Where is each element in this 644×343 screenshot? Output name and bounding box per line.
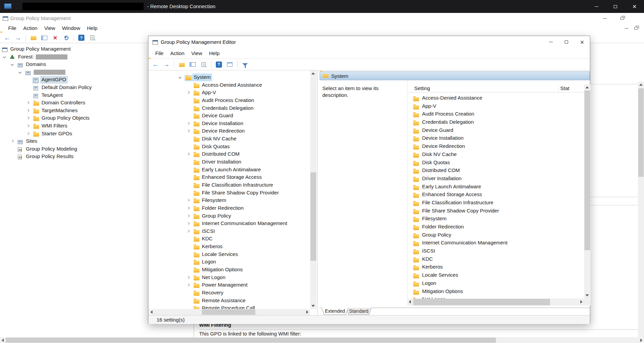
gpme-minimize-button[interactable] [543,36,559,48]
expand-chevron[interactable] [3,55,6,58]
expand-chevron[interactable] [27,109,29,112]
list-item[interactable]: Distributed COM [407,166,584,174]
tree-item[interactable]: Mitigation Options [149,266,310,274]
tree-item[interactable]: Net Logon [149,274,310,281]
expand-chevron[interactable] [187,276,190,278]
list-item[interactable]: Device Installation [407,134,584,142]
menu-item[interactable]: Action [167,49,188,58]
scroll-up-icon[interactable] [311,72,315,74]
expand-chevron[interactable] [11,140,14,142]
scrollbar-thumb[interactable] [6,338,496,343]
delete-button[interactable]: × [51,33,60,42]
up-one-level-button[interactable] [177,60,186,69]
gpme-titlebar[interactable]: Group Policy Management Editor [148,36,590,48]
list-item[interactable]: Disk Quotas [407,158,584,167]
list-item[interactable]: Disk NV Cache [407,150,584,158]
scroll-right-icon[interactable] [306,310,308,314]
tree-item[interactable]: App-V [149,89,310,97]
rdp-horizontal-scrollbar[interactable] [0,337,644,343]
tree-item[interactable]: Folder Redirection [149,204,310,212]
tree-item[interactable]: Enhanced Storage Access [149,173,310,181]
child-minimize-button[interactable] [622,25,630,32]
tree-item[interactable]: Credentials Delegation [149,104,310,112]
gpm-window-titlebar[interactable]: Group Policy Management [0,13,644,24]
scrollbar-thumb[interactable] [413,299,550,305]
tree-item[interactable]: Remote Procedure Call [149,304,310,309]
expand-chevron[interactable] [179,76,181,79]
scroll-up-icon[interactable] [585,86,589,88]
tree-item[interactable]: Recovery [149,289,310,297]
menu-item[interactable]: Window [59,24,83,33]
refresh-button[interactable] [62,33,70,42]
gpm-rightpane-vertical-scrollbar[interactable] [638,82,644,337]
expand-chevron[interactable] [187,284,190,286]
column-separator[interactable] [558,85,559,92]
list-item[interactable]: Folder Redirection [407,223,584,231]
rdp-minimize-button[interactable] [587,0,606,13]
list-item[interactable]: Group Policy [407,231,584,239]
list-item[interactable]: File Share Shadow Copy Provider [407,207,584,215]
scroll-up-icon[interactable] [639,84,643,86]
list-item[interactable]: App-V [407,102,584,110]
expand-chevron[interactable] [11,63,14,66]
menu-item[interactable]: Help [83,24,101,33]
column-setting[interactable]: Setting [414,84,430,92]
tab-extended[interactable]: Extended [321,308,349,315]
menu-item[interactable]: View [188,49,206,58]
expand-chevron[interactable] [187,199,190,202]
scrollbar-thumb[interactable] [638,88,644,177]
list-item[interactable]: Device Guard [407,126,584,134]
list-item[interactable]: iSCSI [407,247,584,255]
tree-item[interactable]: System [149,73,310,81]
tree-item[interactable]: Disk Quotas [149,143,310,151]
tree-item[interactable]: Power Management [149,281,310,289]
tree-item[interactable]: KDC [149,235,310,243]
forward-button[interactable]: → [14,33,22,42]
list-item[interactable]: Kerberos [407,263,584,271]
child-restore-button[interactable] [632,25,640,32]
expand-chevron[interactable] [187,222,190,225]
menu-item[interactable]: File [5,24,20,33]
back-button[interactable]: ← [3,33,12,42]
tree-item[interactable]: Early Launch Antimalware [149,166,310,174]
expand-chevron[interactable] [27,117,29,119]
list-item[interactable]: Driver Installation [407,174,584,183]
scroll-down-icon[interactable] [585,294,589,296]
expand-chevron[interactable] [27,101,29,104]
expand-chevron[interactable] [187,130,190,132]
tree-item[interactable]: Access-Denied Assistance [149,81,310,89]
list-item[interactable]: KDC [407,255,584,263]
tree-item[interactable]: Device Installation [149,120,310,127]
rdp-titlebar[interactable]: - Remote Desktop Connection × [0,0,644,13]
tree-item[interactable]: Filesystem [149,196,310,204]
list-horizontal-scrollbar[interactable] [407,298,584,306]
scroll-right-icon[interactable] [640,339,642,342]
list-item[interactable]: Credentials Delegation [407,118,584,126]
menu-item[interactable]: Action [20,24,41,33]
scroll-left-icon[interactable] [409,300,411,304]
tree-item[interactable]: Kerberos [149,243,310,251]
list-item[interactable]: Enhanced Storage Access [407,190,584,199]
list-item[interactable]: Internet Communication Management [407,239,584,247]
list-item[interactable]: Access-Denied Assistance [407,94,584,102]
list-item[interactable]: Net Logon [407,295,584,298]
expand-chevron[interactable] [187,214,190,217]
expand-chevron[interactable] [27,124,29,127]
help-button[interactable]: ? [77,33,86,42]
pane-splitter[interactable] [317,70,318,315]
show-console-tree-button[interactable] [40,33,49,42]
tree-horizontal-scrollbar[interactable] [149,309,310,315]
scroll-down-icon[interactable] [311,305,315,307]
expand-chevron[interactable] [19,71,21,73]
scrollbar-thumb[interactable] [310,172,316,261]
scroll-left-icon[interactable] [150,310,152,314]
expand-chevron[interactable] [187,207,190,209]
tree-item[interactable]: iSCSI [149,227,310,235]
tree-item[interactable]: Device Guard [149,112,310,120]
export-list-button[interactable] [88,33,97,42]
tab-standard[interactable]: Standard [346,308,372,315]
menu-item[interactable]: File [152,49,167,58]
tree-item[interactable]: Driver Installation [149,158,310,166]
tree-item[interactable]: Group Policy [149,212,310,220]
menu-item[interactable]: View [41,24,59,33]
